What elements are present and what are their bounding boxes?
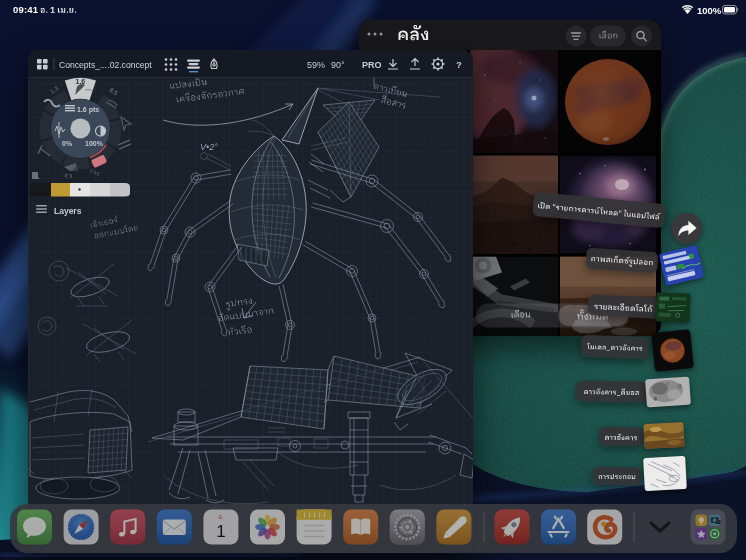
- svg-text:100%: 100%: [697, 5, 722, 16]
- svg-text:1: 1: [216, 522, 225, 541]
- svg-text:อ.: อ.: [218, 514, 224, 520]
